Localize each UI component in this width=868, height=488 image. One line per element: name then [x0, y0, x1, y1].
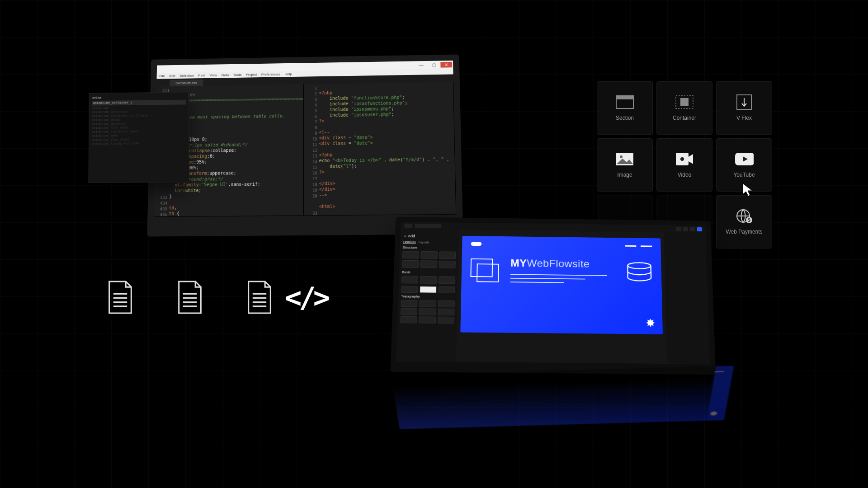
- database-icon: [626, 262, 653, 284]
- palette-item-label: Video: [678, 172, 691, 178]
- palette-item-vflex[interactable]: V Flex: [716, 81, 772, 135]
- autocomplete-query: anima: [92, 95, 186, 100]
- site-logo: [471, 242, 482, 246]
- vflex-icon: [735, 95, 754, 109]
- svg-rect-13: [616, 96, 633, 99]
- document-icon: [245, 280, 274, 314]
- menu-item[interactable]: Tools: [233, 73, 241, 77]
- section-icon: [615, 95, 634, 109]
- menu-item[interactable]: Goto: [222, 73, 229, 77]
- cursor-icon: [741, 183, 754, 198]
- hero-graphic-squares: [470, 258, 502, 284]
- palette-item-section[interactable]: Section: [597, 81, 653, 135]
- menu-item[interactable]: Edit: [169, 74, 175, 78]
- code-editor-window: — ▢ ✕ FileEditSelectionFindViewGotoTools…: [147, 54, 463, 236]
- maximize-button[interactable]: ▢: [428, 62, 440, 68]
- palette-item-video[interactable]: Video: [656, 138, 712, 192]
- tab-elements[interactable]: Elements: [403, 240, 416, 244]
- palette-item-label: Image: [617, 172, 632, 178]
- logo-chip[interactable]: [404, 224, 412, 228]
- container-icon: [675, 95, 694, 109]
- menu-item[interactable]: Project: [246, 72, 257, 76]
- autocomplete-popup[interactable]: anima animation_container_v animationani…: [88, 92, 189, 183]
- palette-item-label: Container: [673, 115, 696, 121]
- design-canvas[interactable]: MYWebFlowsite ✸: [456, 230, 667, 364]
- palette-item-label: YouTube: [733, 172, 755, 178]
- svg-point-20: [680, 157, 684, 161]
- palette-item-label: V Flex: [736, 115, 752, 121]
- menu-item[interactable]: Selection: [179, 74, 194, 78]
- site-title: MYWebFlowsite: [510, 257, 617, 270]
- right-code-pane[interactable]: 123456789101112131415161718192023242526 …: [304, 82, 456, 216]
- svg-point-25: [627, 263, 651, 269]
- svg-text:$: $: [748, 218, 750, 223]
- palette-item-webpay[interactable]: $Web Payments: [716, 195, 772, 249]
- toolbar-chip[interactable]: [676, 227, 681, 231]
- menu-item[interactable]: View: [209, 73, 217, 77]
- palette-item-label: Section: [616, 115, 634, 121]
- menu-item[interactable]: File: [159, 74, 165, 78]
- section-typography: Typography: [401, 295, 455, 299]
- menu-item[interactable]: Help: [285, 72, 292, 76]
- menu-item[interactable]: Find: [198, 73, 205, 77]
- star-icon: ✸: [646, 317, 656, 330]
- menu-item[interactable]: Preferences: [261, 72, 280, 76]
- toolbar-chip[interactable]: [683, 227, 688, 231]
- designer-reflection: ✸: [391, 366, 716, 435]
- add-elements-panel[interactable]: ＋ Add ElementsLayouts Structure Basic Ty…: [396, 229, 459, 361]
- palette-item-label: Web Payments: [726, 229, 762, 235]
- section-structure: Structure: [403, 245, 456, 250]
- code-glyph-icon: </>: [285, 281, 327, 314]
- svg-rect-15: [680, 98, 689, 106]
- minimize-button[interactable]: —: [415, 62, 427, 68]
- editor-tab[interactable]: normalize.css: [170, 80, 203, 86]
- youtube-icon: [735, 152, 754, 166]
- image-icon: [615, 152, 634, 166]
- preview-site: MYWebFlowsite ✸: [460, 236, 663, 334]
- webpay-icon: $: [735, 209, 754, 223]
- toolbar-chip[interactable]: [690, 227, 695, 231]
- file-icon-row: [106, 280, 274, 314]
- palette-item-container[interactable]: Container: [656, 81, 712, 135]
- page-selector[interactable]: [415, 224, 442, 228]
- add-panel-title: Add: [408, 234, 415, 238]
- document-icon: [176, 280, 204, 314]
- close-button[interactable]: ✕: [440, 61, 452, 67]
- section-basic: Basic: [402, 270, 455, 275]
- tab-layouts[interactable]: Layouts: [419, 241, 429, 244]
- document-icon: [106, 280, 134, 314]
- svg-point-18: [620, 155, 623, 158]
- palette-item-image[interactable]: Image: [597, 138, 653, 192]
- style-panel[interactable]: [664, 233, 710, 364]
- publish-button[interactable]: [697, 227, 702, 231]
- visual-designer-window: ＋ Add ElementsLayouts Structure Basic Ty…: [391, 217, 716, 375]
- site-nav: [625, 245, 652, 246]
- video-icon: [675, 152, 694, 166]
